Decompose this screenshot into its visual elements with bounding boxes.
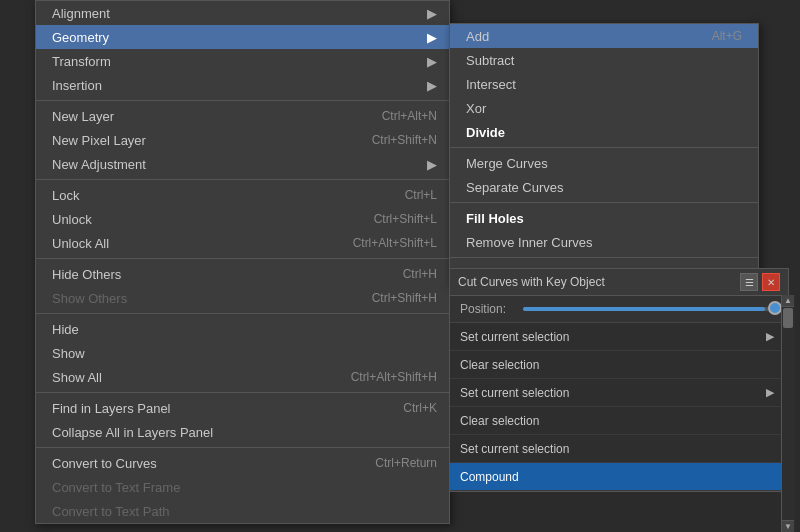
geo-item-divide[interactable]: Divide — [450, 120, 758, 144]
add-shortcut: Alt+G — [712, 29, 742, 43]
xor-label: Xor — [466, 101, 742, 116]
new-layer-shortcut: Ctrl+Alt+N — [382, 109, 437, 123]
separator-3 — [36, 258, 449, 259]
menu-item-new-pixel-layer[interactable]: New Pixel Layer Ctrl+Shift+N — [36, 128, 449, 152]
list-item[interactable]: Clear selection — [450, 351, 788, 379]
menu-item-lock[interactable]: Lock Ctrl+L — [36, 183, 449, 207]
separator-5 — [36, 392, 449, 393]
panel-menu-button[interactable]: ☰ — [740, 273, 758, 291]
collapse-all-label: Collapse All in Layers Panel — [52, 425, 437, 440]
lock-label: Lock — [52, 188, 385, 203]
geo-item-remove-inner[interactable]: Remove Inner Curves — [450, 230, 758, 254]
menu-item-unlock[interactable]: Unlock Ctrl+Shift+L — [36, 207, 449, 231]
new-layer-label: New Layer — [52, 109, 362, 124]
hide-others-shortcut: Ctrl+H — [403, 267, 437, 281]
menu-item-collapse-all[interactable]: Collapse All in Layers Panel — [36, 420, 449, 444]
subtract-label: Subtract — [466, 53, 742, 68]
scroll-down-button[interactable]: ▼ — [782, 520, 794, 532]
list-item-selected[interactable]: Compound — [450, 463, 788, 491]
convert-text-path-label: Convert to Text Path — [52, 504, 437, 519]
geo-item-fill-holes[interactable]: Fill Holes — [450, 206, 758, 230]
scroll-up-button[interactable]: ▲ — [782, 295, 794, 307]
menu-item-hide-others[interactable]: Hide Others Ctrl+H — [36, 262, 449, 286]
alignment-arrow: ▶ — [427, 6, 437, 21]
right-panel: Cut Curves with Key Object ☰ ✕ Position:… — [449, 268, 789, 492]
geometry-submenu: Add Alt+G Subtract Intersect Xor Divide … — [449, 23, 759, 286]
new-adj-arrow: ▶ — [427, 157, 437, 172]
show-others-label: Show Others — [52, 291, 352, 306]
menu-item-show-others[interactable]: Show Others Ctrl+Shift+H — [36, 286, 449, 310]
menu-item-new-layer[interactable]: New Layer Ctrl+Alt+N — [36, 104, 449, 128]
geo-item-intersect[interactable]: Intersect — [450, 72, 758, 96]
list-item[interactable]: Set current selection ▶ — [450, 379, 788, 407]
new-pixel-shortcut: Ctrl+Shift+N — [372, 133, 437, 147]
list-item[interactable]: Set current selection ▶ — [450, 323, 788, 351]
transform-arrow: ▶ — [427, 54, 437, 69]
menu-item-show-all[interactable]: Show All Ctrl+Alt+Shift+H — [36, 365, 449, 389]
convert-curves-shortcut: Ctrl+Return — [375, 456, 437, 470]
position-row: Position: — [450, 296, 788, 323]
panel-title: Cut Curves with Key Object — [458, 275, 740, 289]
menu-item-hide[interactable]: Hide — [36, 317, 449, 341]
alignment-label: Alignment — [52, 6, 419, 21]
menu-item-unlock-all[interactable]: Unlock All Ctrl+Alt+Shift+L — [36, 231, 449, 255]
geo-item-subtract[interactable]: Subtract — [450, 48, 758, 72]
menu-item-convert-text-path[interactable]: Convert to Text Path — [36, 499, 449, 523]
show-others-shortcut: Ctrl+Shift+H — [372, 291, 437, 305]
find-layers-label: Find in Layers Panel — [52, 401, 383, 416]
convert-curves-label: Convert to Curves — [52, 456, 355, 471]
menu-item-new-adjustment[interactable]: New Adjustment ▶ — [36, 152, 449, 176]
slider-fill — [523, 307, 765, 311]
list-item[interactable]: Set current selection — [450, 435, 788, 463]
menu-item-geometry[interactable]: Geometry ▶ — [36, 25, 449, 49]
geo-item-add[interactable]: Add Alt+G — [450, 24, 758, 48]
panel-close-button[interactable]: ✕ — [762, 273, 780, 291]
insertion-label: Insertion — [52, 78, 419, 93]
geo-item-merge-curves[interactable]: Merge Curves — [450, 151, 758, 175]
geo-separator-2 — [450, 202, 758, 203]
menu-item-insertion[interactable]: Insertion ▶ — [36, 73, 449, 97]
separate-curves-label: Separate Curves — [466, 180, 742, 195]
item-label-4: Clear selection — [460, 414, 778, 428]
show-all-label: Show All — [52, 370, 331, 385]
geo-item-xor[interactable]: Xor — [450, 96, 758, 120]
show-label: Show — [52, 346, 437, 361]
menu-item-convert-curves[interactable]: Convert to Curves Ctrl+Return — [36, 451, 449, 475]
hide-others-label: Hide Others — [52, 267, 383, 282]
scrollbar-thumb[interactable] — [783, 308, 793, 328]
geo-separator-1 — [450, 147, 758, 148]
item-label-compound: Compound — [460, 470, 778, 484]
new-pixel-label: New Pixel Layer — [52, 133, 352, 148]
unlock-all-label: Unlock All — [52, 236, 333, 251]
convert-text-frame-label: Convert to Text Frame — [52, 480, 437, 495]
panel-header: Cut Curves with Key Object ☰ ✕ — [450, 269, 788, 296]
show-all-shortcut: Ctrl+Alt+Shift+H — [351, 370, 437, 384]
geo-item-separate-curves[interactable]: Separate Curves — [450, 175, 758, 199]
slider-thumb — [768, 301, 782, 315]
position-slider[interactable] — [523, 307, 778, 311]
new-adj-label: New Adjustment — [52, 157, 419, 172]
menu-item-find-layers[interactable]: Find in Layers Panel Ctrl+K — [36, 396, 449, 420]
fill-holes-label: Fill Holes — [466, 211, 742, 226]
close-icon: ✕ — [767, 277, 775, 288]
scrollbar[interactable]: ▲ ▼ — [781, 295, 795, 532]
unlock-shortcut: Ctrl+Shift+L — [374, 212, 437, 226]
geometry-label: Geometry — [52, 30, 419, 45]
panel-controls: ☰ ✕ — [740, 273, 780, 291]
selection-list: Set current selection ▶ Clear selection … — [450, 323, 788, 491]
menu-icon: ☰ — [745, 277, 754, 288]
menu-item-convert-text-frame[interactable]: Convert to Text Frame — [36, 475, 449, 499]
position-label: Position: — [460, 302, 515, 316]
remove-inner-label: Remove Inner Curves — [466, 235, 742, 250]
geo-separator-3 — [450, 257, 758, 258]
intersect-label: Intersect — [466, 77, 742, 92]
menu-item-transform[interactable]: Transform ▶ — [36, 49, 449, 73]
separator-4 — [36, 313, 449, 314]
divide-label: Divide — [466, 125, 742, 140]
menu-item-show[interactable]: Show — [36, 341, 449, 365]
menu-item-alignment[interactable]: Alignment ▶ — [36, 1, 449, 25]
insertion-arrow: ▶ — [427, 78, 437, 93]
list-item[interactable]: Clear selection — [450, 407, 788, 435]
item-label-3: Set current selection — [460, 386, 762, 400]
separator-6 — [36, 447, 449, 448]
